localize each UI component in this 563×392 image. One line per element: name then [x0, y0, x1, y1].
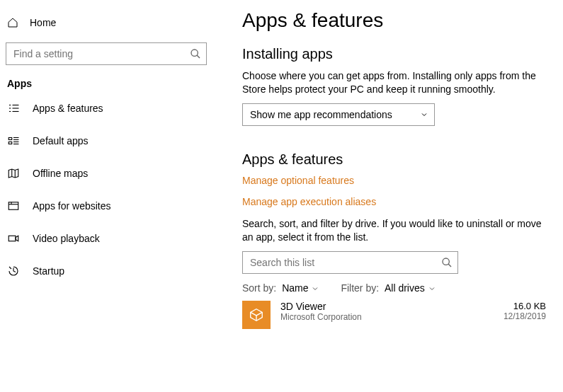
- find-setting-input[interactable]: [6, 42, 207, 65]
- sort-filter-bar: Sort by: Name Filter by: All drives: [242, 282, 546, 294]
- sort-value: Name: [282, 282, 308, 294]
- chevron-down-icon: [428, 284, 436, 293]
- page-title: Apps & features: [242, 9, 546, 32]
- search-help-text: Search, sort, and filter by drive. If yo…: [242, 217, 546, 244]
- svg-rect-11: [8, 142, 12, 144]
- apps-features-icon: [7, 102, 20, 115]
- app-name: 3D Viewer: [280, 301, 494, 312]
- installing-apps-text: Choose where you can get apps from. Inst…: [242, 69, 546, 96]
- nav-startup[interactable]: Startup: [0, 255, 212, 287]
- app-date: 12/18/2019: [504, 311, 546, 321]
- app-size: 16.0 KB: [504, 301, 546, 311]
- nav-offline-maps[interactable]: Offline maps: [0, 157, 212, 190]
- nav-label: Startup: [33, 265, 64, 277]
- manage-app-execution-aliases-link[interactable]: Manage app execution aliases: [242, 196, 546, 207]
- filter-value: All drives: [385, 282, 425, 294]
- right-pane: Apps & features Installing apps Choose w…: [212, 0, 563, 392]
- offline-maps-icon: [7, 167, 20, 180]
- home-label: Home: [30, 17, 56, 28]
- search-list-wrap[interactable]: [242, 251, 458, 274]
- left-pane: Home Apps Apps & features Default apps O…: [0, 0, 212, 392]
- apps-websites-icon: [7, 200, 20, 212]
- app-meta: 16.0 KB 12/18/2019: [504, 301, 546, 321]
- installing-apps-heading: Installing apps: [242, 46, 546, 62]
- cube-icon: [249, 307, 264, 323]
- nav-label: Video playback: [33, 233, 100, 244]
- svg-point-0: [191, 50, 198, 56]
- filter-by-control[interactable]: Filter by: All drives: [341, 282, 436, 294]
- default-apps-icon: [7, 134, 20, 147]
- apps-features-heading: Apps & features: [242, 151, 546, 168]
- svg-point-22: [443, 258, 449, 265]
- app-publisher: Microsoft Corporation: [280, 312, 494, 322]
- search-icon: [190, 48, 201, 59]
- home-button[interactable]: Home: [0, 11, 212, 34]
- nav-apps-features[interactable]: Apps & features: [0, 92, 212, 125]
- app-list-item[interactable]: 3D Viewer Microsoft Corporation 16.0 KB …: [242, 301, 546, 329]
- sort-by-control[interactable]: Sort by: Name: [242, 282, 319, 294]
- svg-line-21: [9, 267, 11, 269]
- nav-apps-websites[interactable]: Apps for websites: [0, 190, 212, 222]
- nav-label: Offline maps: [33, 168, 88, 179]
- svg-rect-8: [8, 138, 12, 140]
- filter-label: Filter by:: [341, 282, 379, 294]
- app-source-dropdown[interactable]: Show me app recommendations: [242, 103, 435, 126]
- svg-line-1: [197, 55, 200, 58]
- svg-rect-16: [8, 202, 18, 210]
- video-playback-icon: [7, 232, 20, 245]
- manage-optional-features-link[interactable]: Manage optional features: [242, 175, 546, 186]
- section-title-apps: Apps: [7, 78, 212, 89]
- nav-video-playback[interactable]: Video playback: [0, 222, 212, 255]
- chevron-down-icon: [420, 110, 428, 119]
- nav-default-apps[interactable]: Default apps: [0, 125, 212, 157]
- svg-line-23: [448, 264, 451, 267]
- startup-icon: [7, 265, 20, 277]
- home-icon: [7, 17, 18, 28]
- search-icon: [441, 257, 453, 268]
- search-list-input[interactable]: [242, 251, 458, 274]
- app-info: 3D Viewer Microsoft Corporation: [280, 301, 494, 322]
- sort-label: Sort by:: [242, 282, 276, 294]
- app-icon-3d-viewer: [242, 301, 271, 329]
- nav-label: Default apps: [33, 135, 89, 146]
- nav-label: Apps & features: [33, 103, 103, 114]
- find-setting-search[interactable]: [6, 42, 207, 65]
- dropdown-value: Show me app recommendations: [250, 109, 392, 120]
- chevron-down-icon: [311, 284, 319, 293]
- nav-label: Apps for websites: [33, 200, 111, 212]
- svg-rect-19: [8, 236, 16, 241]
